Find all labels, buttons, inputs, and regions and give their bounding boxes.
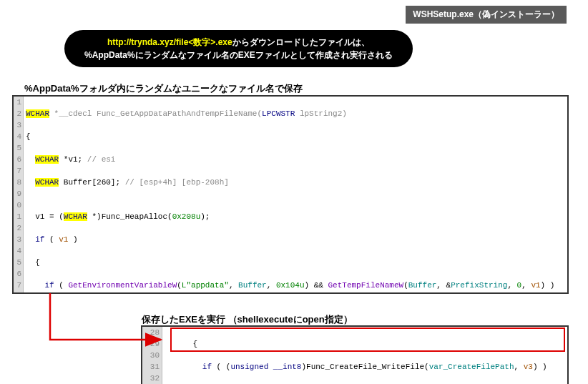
pill-line1-rest: からダウンロードしたファイルは、 [232, 37, 370, 47]
code-block-1: 12345678901234567 WCHAR *__cdecl Func_Ge… [13, 96, 568, 293]
code-line: if ( v1 ) [26, 234, 567, 245]
code-line: v1 = (WCHAR *)Func_HeapAlloc(0x208u); [26, 211, 567, 222]
section-title-1: %AppData%フォルダ内にランダムなユニークなファイル名で保存 [24, 82, 303, 95]
code-line: WCHAR *v1; // esi [26, 154, 567, 165]
code-line: WCHAR *__cdecl Func_GetAppDataPathAndTem… [26, 108, 567, 119]
gutter-1: 12345678901234567 [14, 97, 24, 292]
code-line: { [26, 257, 567, 268]
code-line: if ( (unsigned __int8)Func_CreateFile_Wr… [165, 361, 567, 373]
pill-line-2: %AppData%にランダムなファイル名のEXEファイルとして作成され実行される [84, 49, 393, 61]
description-pill: http://trynda.xyz/file<数字>.exeからダウンロードした… [64, 30, 413, 67]
code-line: if ( GetEnvironmentVariableW(L"appdata",… [26, 280, 567, 291]
gutter-2: 2829303132 [142, 327, 162, 384]
code-line: WCHAR Buffer[260]; // [esp+4h] [ebp-208h… [26, 177, 567, 188]
code-content-1: WCHAR *__cdecl Func_GetAppDataPathAndTem… [24, 97, 567, 292]
pill-line-1: http://trynda.xyz/file<数字>.exeからダウンロードした… [84, 36, 393, 49]
pill-url: http://trynda.xyz/file<数字>.exe [107, 37, 232, 47]
code-content-2: { if ( (unsigned __int8)Func_CreateFile_… [162, 327, 567, 384]
code-block-2: 2829303132 { if ( (unsigned __int8)Func_… [142, 326, 568, 384]
badge-label: WSHSetup.exe（偽インストーラー） [406, 6, 567, 24]
code-line: { [165, 338, 567, 350]
code-line: { [26, 131, 567, 142]
section-title-2: 保存したEXEを実行 （shellexecuteにopen指定） [142, 313, 353, 326]
